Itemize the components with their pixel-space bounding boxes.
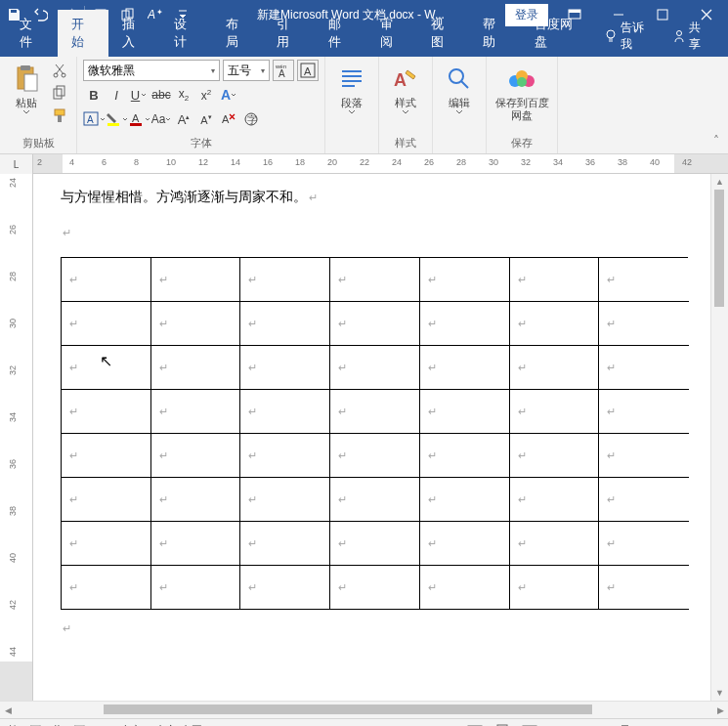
table-cell[interactable]: ↵ xyxy=(150,478,240,522)
shrink-font-icon[interactable]: A▾ xyxy=(195,108,217,130)
table-cell[interactable]: ↵ xyxy=(419,390,509,434)
superscript-icon[interactable]: x2 xyxy=(195,84,217,106)
document-table[interactable]: ↵↵↵↵↵↵↵↵↵↵↵↵↵↵↵↵↵↵↵↵↵↵↵↵↵↵↵↵↵↵↵↵↵↵↵↵↵↵↵↵… xyxy=(61,257,689,610)
vscroll-track[interactable] xyxy=(711,190,728,685)
scroll-down-icon[interactable]: ▼ xyxy=(711,685,728,701)
change-case-icon[interactable]: Aa xyxy=(150,108,172,130)
char-border-icon[interactable]: A xyxy=(297,60,319,81)
tab-help[interactable]: 帮助 xyxy=(469,10,521,57)
table-cell[interactable]: ↵ xyxy=(62,258,151,302)
table-cell[interactable]: ↵ xyxy=(240,522,330,566)
table-cell[interactable]: ↵ xyxy=(509,346,599,390)
table-cell[interactable]: ↵ xyxy=(62,390,151,434)
enclose-char-icon[interactable]: 字 xyxy=(240,108,262,130)
table-cell[interactable]: ↵ xyxy=(599,302,689,346)
tab-insert[interactable]: 插入 xyxy=(108,10,160,57)
paste-button[interactable]: 粘贴 xyxy=(6,60,47,118)
collapse-ribbon-icon[interactable]: ˄ xyxy=(705,57,728,153)
table-cell[interactable]: ↵ xyxy=(150,434,240,478)
table-cell[interactable]: ↵ xyxy=(419,346,509,390)
phonetic-guide-icon[interactable]: wénA xyxy=(273,60,294,81)
table-cell[interactable]: ↵ xyxy=(62,522,151,566)
table-cell[interactable]: ↵ xyxy=(330,258,420,302)
web-layout-icon[interactable] xyxy=(519,722,540,727)
underline-icon[interactable]: U xyxy=(128,84,150,106)
table-cell[interactable]: ↵ xyxy=(599,390,689,434)
tell-me-button[interactable]: 告诉我 xyxy=(596,16,661,57)
table-cell[interactable]: ↵ xyxy=(330,434,420,478)
italic-icon[interactable]: I xyxy=(106,84,127,106)
table-cell[interactable]: ↵ xyxy=(150,302,240,346)
table-cell[interactable]: ↵ xyxy=(599,434,689,478)
clear-format-icon[interactable]: A xyxy=(218,108,239,130)
table-cell[interactable]: ↵ xyxy=(62,434,151,478)
table-cell[interactable]: ↵ xyxy=(62,478,151,522)
copy-icon[interactable] xyxy=(49,82,70,104)
vertical-ruler[interactable]: 2426283032343638404244 xyxy=(0,174,33,701)
table-cell[interactable]: ↵ xyxy=(419,434,509,478)
tab-baidu[interactable]: 百度网盘 xyxy=(521,10,596,57)
table-cell[interactable]: ↵ xyxy=(419,302,509,346)
tab-review[interactable]: 审阅 xyxy=(366,10,418,57)
table-cell[interactable]: ↵ xyxy=(62,566,151,610)
document-area[interactable]: 与方惺惺相惜。方鸿渐逐渐与周家不和。↵ ↵ ↵↵↵↵↵↵↵↵↵↵↵↵↵↵↵↵↵↵… xyxy=(33,174,710,701)
table-cell[interactable]: ↵ xyxy=(599,478,689,522)
strikethrough-icon[interactable]: abc xyxy=(150,84,172,106)
highlight-icon[interactable] xyxy=(106,108,127,130)
table-cell[interactable]: ↵ xyxy=(240,566,330,610)
table-cell[interactable]: ↵ xyxy=(62,302,151,346)
table-cell[interactable]: ↵ xyxy=(509,302,599,346)
tab-design[interactable]: 设计 xyxy=(160,10,212,57)
vscroll-thumb[interactable] xyxy=(714,190,724,307)
font-size-combo[interactable]: 五号▾ xyxy=(223,60,270,81)
font-color-icon[interactable]: A xyxy=(128,108,150,130)
table-cell[interactable]: ↵ xyxy=(150,258,240,302)
hscroll-track[interactable] xyxy=(104,702,712,718)
table-cell[interactable]: ↵ xyxy=(240,302,330,346)
tab-layout[interactable]: 布局 xyxy=(212,10,264,57)
table-cell[interactable]: ↵ xyxy=(419,478,509,522)
save-baidu-button[interactable]: 保存到百度网盘 xyxy=(492,60,551,126)
table-cell[interactable]: ↵ xyxy=(509,390,599,434)
table-cell[interactable]: ↵ xyxy=(419,566,509,610)
font-name-combo[interactable]: 微软雅黑▾ xyxy=(83,60,220,81)
table-cell[interactable]: ↵ xyxy=(509,478,599,522)
table-cell[interactable]: ↵ xyxy=(509,566,599,610)
scroll-up-icon[interactable]: ▲ xyxy=(711,174,728,190)
format-painter-icon[interactable] xyxy=(49,105,70,126)
tab-file[interactable]: 文件 xyxy=(6,10,58,57)
table-cell[interactable]: ↵ xyxy=(330,346,420,390)
grow-font-icon[interactable]: A▴ xyxy=(173,108,194,130)
horizontal-scrollbar[interactable]: ◀ ▶ xyxy=(0,701,728,718)
table-cell[interactable]: ↵ xyxy=(240,258,330,302)
table-cell[interactable]: ↵ xyxy=(240,346,330,390)
table-cell[interactable]: ↵ xyxy=(240,478,330,522)
table-cell[interactable]: ↵ xyxy=(330,390,420,434)
paragraph-text[interactable]: 与方惺惺相惜。方鸿渐逐渐与周家不和。↵ xyxy=(61,186,689,208)
table-cell[interactable]: ↵ xyxy=(599,346,689,390)
table-cell[interactable]: ↵ xyxy=(509,522,599,566)
bold-icon[interactable]: B xyxy=(83,84,105,106)
tab-view[interactable]: 视图 xyxy=(417,10,469,57)
print-layout-icon[interactable] xyxy=(492,722,513,727)
table-cell[interactable]: ↵ xyxy=(240,390,330,434)
cut-icon[interactable] xyxy=(49,60,70,81)
scroll-right-icon[interactable]: ▶ xyxy=(712,702,728,718)
empty-paragraph[interactable]: ↵ xyxy=(61,208,689,251)
subscript-icon[interactable]: x2 xyxy=(173,84,194,106)
table-cell[interactable]: ↵ xyxy=(150,566,240,610)
share-button[interactable]: 共享 xyxy=(664,16,718,57)
text-effects-icon[interactable]: A xyxy=(218,84,239,106)
scroll-left-icon[interactable]: ◀ xyxy=(0,702,16,718)
table-cell[interactable]: ↵ xyxy=(330,522,420,566)
tab-references[interactable]: 引用 xyxy=(263,10,315,57)
text-border-icon[interactable]: A xyxy=(83,108,105,130)
table-cell[interactable]: ↵ xyxy=(599,258,689,302)
table-cell[interactable]: ↵ xyxy=(419,522,509,566)
vertical-scrollbar[interactable]: ▲ ▼ xyxy=(710,174,728,701)
table-cell[interactable]: ↵ xyxy=(419,258,509,302)
table-cell[interactable]: ↵ xyxy=(330,566,420,610)
tab-home[interactable]: 开始 xyxy=(58,10,109,57)
styles-button[interactable]: A 样式 xyxy=(385,60,426,118)
table-cell[interactable]: ↵ xyxy=(330,478,420,522)
